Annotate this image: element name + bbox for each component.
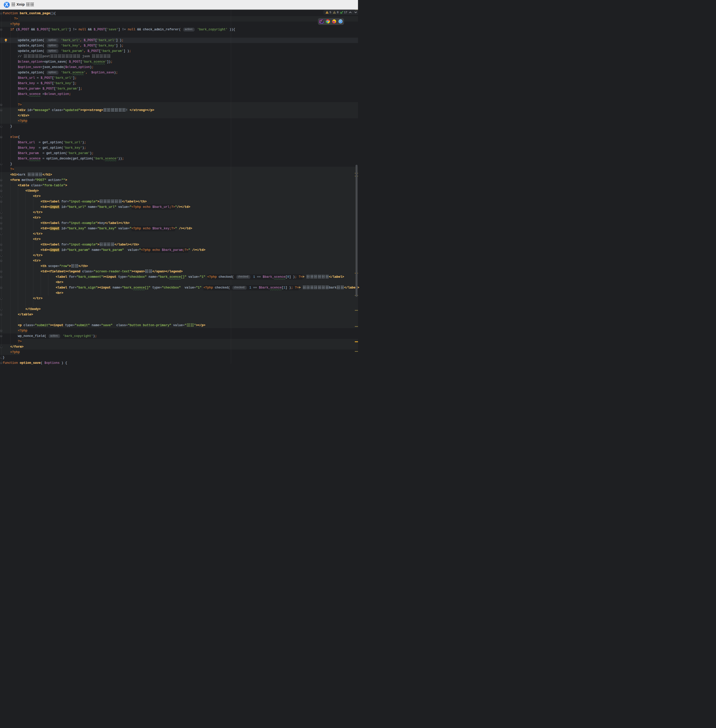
svg-text:PS: PS (320, 20, 322, 22)
